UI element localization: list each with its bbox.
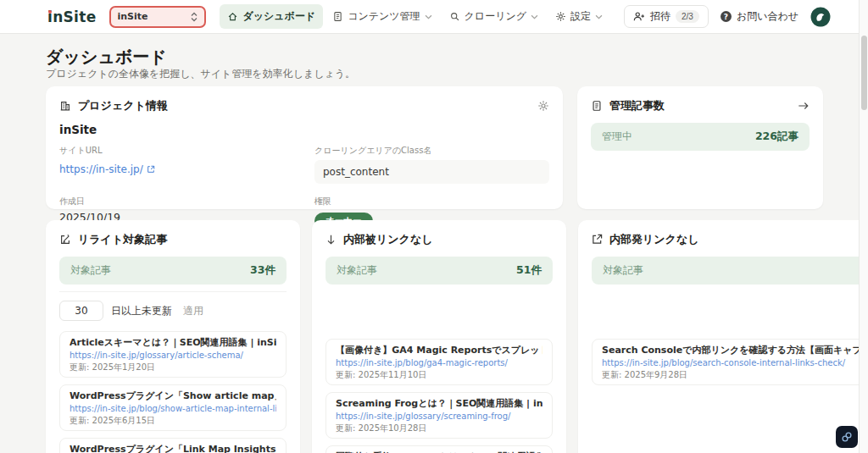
article-item[interactable]: Articleスキーマとは？｜SEO関連用語集 | inSite(インサイト) …: [59, 331, 287, 378]
article-url-link[interactable]: https://in-site.jp/glossary/article-sche…: [70, 350, 276, 361]
article-updated: 更新: 2025年9月28日: [602, 369, 868, 380]
logo-dot: [48, 10, 52, 14]
app-logo: inSite: [47, 8, 96, 25]
home-icon: [227, 11, 238, 22]
project-info-title: プロジェクト情報: [78, 98, 168, 113]
rewrite-card: リライト対象記事 対象記事 33件 日以上未更新 適用 Articleスキーマと…: [46, 220, 300, 453]
no-outbound-title: 内部発リンクなし: [609, 232, 699, 247]
chevron-down-icon: [425, 14, 432, 19]
inbound-target-row: 対象記事 51件: [326, 257, 553, 285]
select-chevrons-icon: [190, 12, 198, 22]
nav-crawling-label: クローリング: [465, 9, 526, 24]
article-title: Search Consoleで内部リンクを確認する方法【画面キャプチャで詳…: [602, 344, 868, 356]
invite-label: 招待: [650, 9, 670, 24]
chevron-down-icon: [531, 14, 538, 19]
apply-button[interactable]: 適用: [180, 302, 207, 320]
external-link-icon: [147, 165, 155, 174]
no-inbound-title: 内部被リンクなし: [343, 232, 433, 247]
article-url-link[interactable]: https://in-site.jp/blog/search-console-i…: [602, 357, 868, 368]
rewrite-target-row: 対象記事 33件: [59, 257, 287, 285]
page-title: ダッシュボード: [46, 48, 823, 66]
inbound-target-value: 51件: [516, 263, 542, 278]
rewrite-card-title: リライト対象記事: [78, 232, 167, 247]
project-settings-button[interactable]: [537, 100, 549, 112]
article-url-link[interactable]: https://in-site.jp/blog/ga4-magic-report…: [336, 357, 542, 368]
contact-button[interactable]: ? お問い合わせ: [721, 9, 798, 24]
managed-count-label: 管理中: [602, 130, 632, 144]
article-updated: 更新: 2025年10月28日: [336, 423, 542, 434]
contact-label: お問い合わせ: [737, 9, 798, 24]
link-icon: [840, 430, 854, 444]
rewrite-filter: 日以上未更新 適用: [59, 291, 287, 321]
article-item[interactable]: Search Consoleで内部リンクを確認する方法【画面キャプチャで詳… h…: [592, 339, 868, 385]
article-item[interactable]: WordPressプラグイン「Show article map」の使い方を解説 …: [59, 384, 287, 431]
invite-count-badge: 2/3: [676, 10, 699, 23]
nav-dashboard-label: ダッシュボード: [242, 9, 315, 24]
article-item[interactable]: Screaming Frogとは？｜SEO関連用語集 | inSite(インサイ…: [326, 392, 553, 439]
site-url-label: サイトURL: [59, 145, 294, 157]
nav-settings-label: 設定: [570, 9, 591, 24]
site-url-text: https://in-site.jp/: [59, 163, 143, 175]
managed-articles-link-button[interactable]: [798, 101, 810, 111]
inbound-article-list: 【画像付き】GA4 Magic ReportsでスプレッドシートとGA4を自動……: [326, 339, 553, 453]
article-item[interactable]: 国際的な重複コンテンツとは？｜SEO関連用語集 | inSite(インサイト) …: [326, 445, 553, 453]
project-selector-value: inSite: [117, 11, 147, 22]
project-selector[interactable]: inSite: [109, 6, 206, 28]
scrollbar-thumb[interactable]: [861, 36, 867, 110]
app-header: inSite inSite ダッシュボード コンテンツ管理: [0, 0, 868, 34]
nav-settings[interactable]: 設定: [548, 4, 610, 29]
document-icon: [332, 11, 343, 22]
article-title: WordPressプラグイン「Show article map」の使い方を解説: [70, 389, 276, 402]
article-item[interactable]: 【画像付き】GA4 Magic ReportsでスプレッドシートとGA4を自動……: [326, 339, 553, 385]
scrollbar-track[interactable]: [859, 0, 868, 453]
arrow-down-icon: [326, 234, 337, 246]
days-input[interactable]: [59, 301, 103, 321]
crawl-class-input[interactable]: post_content: [314, 160, 549, 184]
site-url-link[interactable]: https://in-site.jp/: [59, 163, 155, 175]
crawl-class-label: クローリングエリアのClass名: [314, 145, 549, 157]
nav-dashboard[interactable]: ダッシュボード: [220, 4, 323, 29]
article-updated: 更新: 2025年11月10日: [336, 369, 542, 380]
permission-label: 権限: [314, 196, 549, 207]
link-tool-button[interactable]: [836, 426, 858, 448]
search-icon: [449, 11, 460, 22]
article-url-link[interactable]: https://in-site.jp/glossary/screaming-fr…: [336, 411, 542, 422]
article-url-link[interactable]: https://in-site.jp/blog/show-article-map…: [70, 403, 276, 414]
building-icon: [59, 100, 71, 112]
project-info-card: プロジェクト情報 inSite サイトURL https://in-site.j…: [46, 86, 563, 209]
chevron-down-icon: [595, 14, 603, 19]
external-link-icon: [592, 234, 603, 245]
managed-articles-card: 管理記事数 管理中 226記事: [577, 86, 823, 209]
article-updated: 更新: 2025年1月20日: [70, 362, 276, 373]
page-subtitle: プロジェクトの全体像を把握し、サイト管理を効率化しましょう。: [46, 68, 823, 80]
article-title: Articleスキーマとは？｜SEO関連用語集 | inSite(インサイト): [70, 336, 276, 349]
edit-icon: [59, 234, 71, 246]
created-date-label: 作成日: [59, 196, 294, 207]
inbound-target-label: 対象記事: [337, 263, 377, 278]
main-content: ダッシュボード プロジェクトの全体像を把握し、サイト管理を効率化しましょう。 プ…: [0, 34, 868, 453]
managed-count-value: 226記事: [755, 130, 798, 144]
site-url-field: サイトURL https://in-site.jp/: [59, 145, 294, 184]
nav-content-management[interactable]: コンテンツ管理: [325, 4, 439, 29]
person-plus-icon: [633, 11, 645, 22]
days-filter-label: 日以上未更新: [111, 304, 172, 318]
rewrite-target-value: 33件: [250, 263, 275, 278]
outbound-target-label: 対象記事: [603, 263, 643, 278]
user-avatar[interactable]: [810, 7, 831, 27]
header-right: 招待 2/3 ? お問い合わせ: [624, 5, 831, 28]
question-icon: ?: [721, 11, 732, 22]
no-outbound-links-card: 内部発リンクなし 対象記事 1件 Search Consoleで内部リンクを確認…: [578, 220, 868, 453]
outbound-target-row: 対象記事 1件: [592, 257, 868, 285]
main-nav: ダッシュボード コンテンツ管理 クローリング 設定: [220, 4, 610, 29]
crawl-class-field: クローリングエリアのClass名 post_content: [314, 145, 549, 184]
nav-crawling[interactable]: クローリング: [442, 4, 546, 29]
gear-icon: [555, 11, 566, 22]
invite-button[interactable]: 招待 2/3: [624, 5, 709, 28]
managed-count-row: 管理中 226記事: [591, 123, 810, 151]
project-name: inSite: [59, 123, 549, 136]
article-title: WordPressプラグイン「Link Map Insights」で内部リンクを…: [70, 443, 276, 453]
outbound-article-list: Search Consoleで内部リンクを確認する方法【画面キャプチャで詳… h…: [592, 339, 868, 385]
rewrite-target-label: 対象記事: [70, 263, 111, 278]
article-item[interactable]: WordPressプラグイン「Link Map Insights」で内部リンクを…: [59, 438, 287, 453]
no-inbound-links-card: 内部被リンクなし 対象記事 51件 【画像付き】GA4 Magic Report…: [312, 220, 566, 453]
